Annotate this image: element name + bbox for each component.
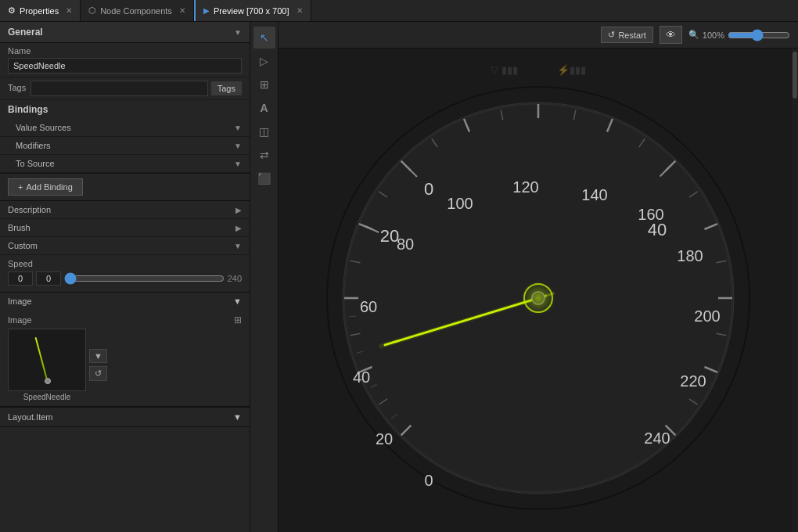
sidebar-icon-share[interactable]: ⇄ — [253, 144, 275, 166]
label-60b: 60 — [360, 298, 377, 315]
image-label-row: Image ⊞ — [8, 315, 242, 325]
layers-icon: ◫ — [259, 125, 269, 138]
main-layout: General ▼ Name Tags Tags Bindings V — [0, 22, 798, 532]
left-sidebar: ↖ ▷ ⊞ A ◫ ⇄ ⬛ — [250, 22, 279, 532]
custom-label: Custom — [8, 241, 38, 250]
sidebar-icon-text[interactable]: A — [253, 97, 275, 119]
speed-min-input[interactable] — [8, 271, 33, 286]
brush-arrow-icon: ▶ — [235, 224, 242, 232]
zoom-value: 100% — [703, 31, 724, 40]
image-thumbnail — [8, 329, 86, 391]
image-thumb-label: SpeedNeedle — [23, 393, 71, 401]
left-panel: General ▼ Name Tags Tags Bindings V — [0, 22, 250, 532]
image-section-chevron-icon: ▼ — [233, 297, 242, 306]
modifiers-row[interactable]: Modifiers ▼ — [0, 137, 250, 155]
label-180b: 180 — [677, 247, 703, 264]
preview-tab-label: Preview [700 x 700] — [214, 6, 289, 16]
sidebar-icon-layers[interactable]: ◫ — [253, 120, 275, 142]
custom-chevron-icon: ▼ — [234, 242, 242, 250]
speed-max-label: 240 — [228, 274, 242, 283]
image-picker-icon[interactable]: ⊞ — [234, 315, 242, 325]
restart-button[interactable]: ↺ Restart — [601, 27, 652, 43]
brush-row[interactable]: Brush ▶ — [0, 219, 250, 237]
image-reset-btn[interactable]: ↺ — [89, 366, 107, 381]
zoom-search-icon: 🔍 — [688, 30, 699, 40]
speed-slider[interactable] — [64, 272, 225, 285]
value-sources-chevron-icon: ▼ — [234, 124, 242, 132]
layout-item-section[interactable]: Layout.Item ▼ — [0, 408, 250, 427]
name-label: Name — [8, 46, 242, 56]
add-binding-plus-icon: + — [18, 182, 23, 192]
description-label: Description — [8, 205, 51, 214]
to-source-label: To Source — [16, 159, 55, 168]
modifiers-chevron-icon: ▼ — [234, 142, 242, 150]
value-sources-row[interactable]: Value Sources ▼ — [0, 119, 250, 137]
speed-section: Speed 240 — [0, 255, 250, 293]
preview-canvas[interactable]: ▽ ▮▮▮ ⚡▮▮▮ — [279, 49, 798, 532]
text-icon: A — [260, 102, 268, 114]
name-input[interactable] — [8, 58, 242, 74]
scrollbar-thumb[interactable] — [793, 52, 797, 99]
sidebar-icon-grid[interactable]: ⊞ — [253, 74, 275, 95]
restart-label: Restart — [618, 31, 645, 40]
name-field-row: Name — [0, 43, 250, 77]
image-content: Image ⊞ SpeedNeedle ▼ — [0, 310, 250, 407]
preview-tab-icon: ▶ — [203, 6, 210, 15]
label-220b: 220 — [680, 372, 706, 390]
bluetooth-icon: ⚡▮▮▮ — [557, 64, 586, 76]
image-section-label: Image — [8, 297, 32, 306]
speed-val-input[interactable] — [36, 271, 61, 286]
general-section-header[interactable]: General ▼ — [0, 22, 250, 43]
preview-scrollbar[interactable] — [792, 49, 798, 532]
tags-input[interactable] — [31, 81, 208, 96]
image-section-header[interactable]: Image ▼ — [0, 293, 250, 310]
sidebar-icon-pointer[interactable]: ↖ — [253, 27, 275, 49]
node-components-tab-label: Node Components — [100, 6, 172, 16]
properties-tab-icon: ⚙ — [8, 5, 16, 16]
add-binding-button[interactable]: + Add Binding — [8, 178, 83, 196]
left-panel-scroll[interactable]: Name Tags Tags Bindings Value Sources ▼ — [0, 43, 250, 532]
label-0b: 0 — [424, 472, 433, 489]
tags-button[interactable]: Tags — [211, 81, 242, 95]
label-0: 0 — [424, 179, 433, 199]
tab-properties[interactable]: ⚙ Properties ✕ — [0, 0, 81, 21]
add-binding-row: + Add Binding — [0, 174, 250, 201]
to-source-row[interactable]: To Source ▼ — [0, 155, 250, 173]
tab-preview[interactable]: ▶ Preview [700 x 700] ✕ — [194, 0, 311, 21]
right-panel: ↺ Restart 👁 🔍 100% ▽ ▮▮▮ ⚡▮▮▮ — [279, 22, 798, 532]
description-arrow-icon: ▶ — [235, 206, 242, 214]
tab-bar: ⚙ Properties ✕ ⬡ Node Components ✕ ▶ Pre… — [0, 0, 798, 22]
image-field-label: Image — [8, 315, 32, 325]
signal-icon: ▽ ▮▮▮ — [491, 64, 518, 76]
share-icon: ⇄ — [260, 149, 269, 161]
bindings-header: Bindings — [0, 100, 250, 119]
properties-tab-close[interactable]: ✕ — [66, 6, 72, 15]
node-components-tab-close[interactable]: ✕ — [179, 6, 185, 15]
zoom-slider[interactable] — [728, 29, 790, 41]
properties-tab-label: Properties — [20, 6, 59, 16]
sidebar-icon-cursor[interactable]: ▷ — [253, 50, 275, 72]
value-sources-label: Value Sources — [16, 123, 71, 132]
status-icons: ▽ ▮▮▮ ⚡▮▮▮ — [491, 64, 586, 76]
node-components-tab-icon: ⬡ — [88, 5, 96, 16]
custom-row[interactable]: Custom ▼ — [0, 237, 250, 255]
description-row[interactable]: Description ▶ — [0, 201, 250, 219]
image-dropdown-btn[interactable]: ▼ — [89, 349, 107, 363]
tab-node-components[interactable]: ⬡ Node Components ✕ — [81, 0, 194, 21]
image-controls: ▼ ↺ — [89, 349, 107, 381]
tags-label: Tags — [8, 83, 26, 92]
label-240b: 240 — [644, 430, 670, 447]
image-section: Image ▼ Image ⊞ SpeedNee — [0, 293, 250, 408]
grid-icon: ⊞ — [260, 78, 269, 91]
label-200b: 200 — [694, 307, 720, 325]
eye-button[interactable]: 👁 — [660, 26, 682, 44]
image-thumbnail-row: SpeedNeedle ▼ ↺ — [8, 329, 242, 401]
preview-tab-close[interactable]: ✕ — [297, 6, 303, 15]
tags-row: Tags Tags — [0, 77, 250, 100]
label-100b: 100 — [447, 195, 473, 212]
layout-item-label: Layout.Item — [8, 412, 52, 422]
sidebar-icon-camera[interactable]: ⬛ — [253, 167, 275, 189]
eye-icon: 👁 — [666, 29, 676, 41]
pivot-glow — [521, 281, 555, 315]
add-binding-label: Add Binding — [26, 182, 72, 192]
